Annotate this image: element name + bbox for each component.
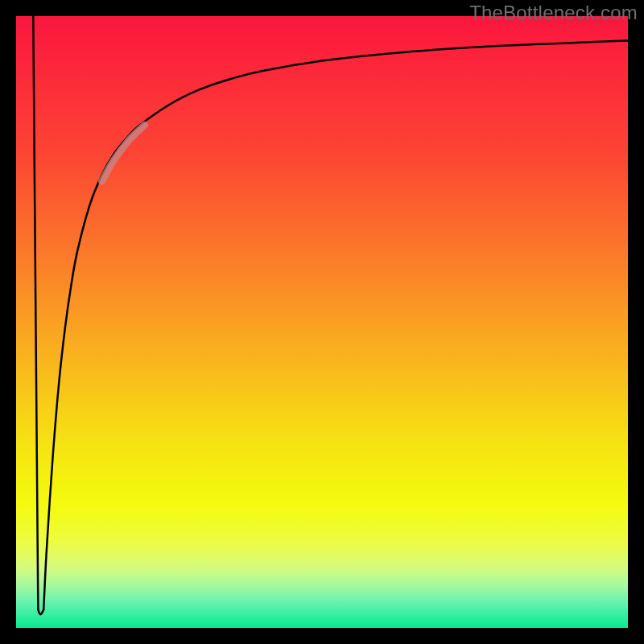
watermark-text: TheBottleneck.com bbox=[469, 2, 638, 24]
chart-svg bbox=[0, 0, 644, 644]
plot-background bbox=[16, 16, 628, 628]
chart-container: TheBottleneck.com bbox=[0, 0, 644, 644]
